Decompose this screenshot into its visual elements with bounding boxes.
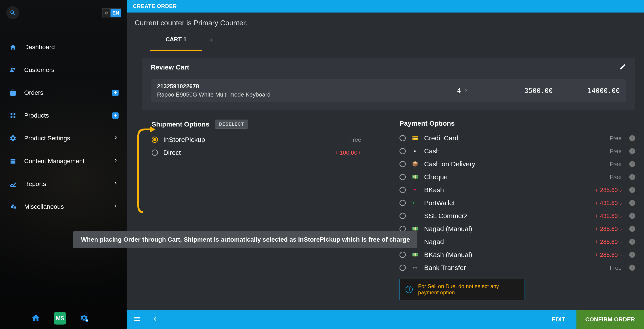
search-button[interactable] <box>6 6 19 19</box>
payment-option-cost: + 285.60 ৳ <box>595 239 622 245</box>
payment-option-cost: Free <box>610 161 622 168</box>
sidebar-item-miscellaneous[interactable]: Miscellaneous <box>0 195 126 218</box>
payment-option[interactable]: ▪CashFreei <box>400 145 635 158</box>
tab-cart-1[interactable]: CART 1 <box>150 29 202 51</box>
payment-method-icon: •─ <box>411 200 419 206</box>
payment-option[interactable]: ─SSL Commerz+ 432.60 ৳i <box>400 209 635 222</box>
top-bar: CREATE ORDER <box>126 0 644 12</box>
deselect-shipment-button[interactable]: DESELECT <box>215 120 248 129</box>
shipment-options-column: Shipment Options DESELECT InStorePickupF… <box>152 120 380 300</box>
lang-option-bangla[interactable]: বাং <box>102 9 110 17</box>
add-cart-tab-button[interactable] <box>204 33 218 47</box>
gear-icon <box>9 134 17 142</box>
info-icon[interactable]: i <box>629 187 635 193</box>
payment-option[interactable]: ▭Bank TransferFreei <box>400 261 635 274</box>
sidebar: বাং EN Dashboard Customers Orders + Prod… <box>0 0 126 329</box>
edit-button[interactable]: EDIT <box>541 316 576 323</box>
add-order-button[interactable]: + <box>112 90 118 96</box>
shipment-option[interactable]: InStorePickupFree <box>152 133 361 146</box>
cart-item-row: 2132591022678 Rapoo E9050G White Multi-m… <box>151 79 626 102</box>
payment-option-cost: + 285.60 ৳ <box>595 252 622 258</box>
payment-option[interactable]: 💵ChequeFreei <box>400 171 635 184</box>
payment-method-icon: 💵 <box>411 252 419 258</box>
sidebar-item-reports[interactable]: Reports <box>0 173 126 195</box>
info-icon[interactable]: i <box>629 200 635 206</box>
info-icon[interactable]: i <box>629 265 635 271</box>
search-icon <box>10 9 16 16</box>
add-product-button[interactable]: + <box>112 112 118 119</box>
sidebar-item-label: Orders <box>24 89 44 96</box>
home-button[interactable] <box>31 313 40 323</box>
ms-badge[interactable]: MS <box>54 312 66 325</box>
sidebar-nav: Dashboard Customers Orders + Products + … <box>0 36 126 218</box>
payment-option[interactable]: 💳Credit CardFreei <box>400 132 635 145</box>
sidebar-item-label: Customers <box>24 66 54 73</box>
info-icon[interactable]: i <box>629 226 635 232</box>
hamburger-icon <box>133 315 141 323</box>
sell-on-due-note: i For Sell on Due, do not select any pay… <box>400 279 525 300</box>
settings-button[interactable] <box>80 313 88 323</box>
help-callout: When placing Order through Cart, Shipmen… <box>73 231 418 248</box>
due-note-text: For Sell on Due, do not select any payme… <box>418 283 519 296</box>
sidebar-item-orders[interactable]: Orders + <box>0 81 126 104</box>
payment-option-label: BKash <box>424 186 590 194</box>
sidebar-item-customers[interactable]: Customers <box>0 58 126 81</box>
chevron-right-icon <box>113 180 118 188</box>
info-icon[interactable]: i <box>629 135 635 141</box>
confirm-order-button[interactable]: CONFIRM ORDER <box>576 310 644 329</box>
shipment-option-label: InStorePickup <box>163 136 344 143</box>
radio-icon <box>400 161 406 167</box>
back-button[interactable] <box>151 315 159 324</box>
payment-option[interactable]: ◔Nagad+ 285.60 ৳i <box>400 235 635 248</box>
sidebar-item-content-management[interactable]: Content Management <box>0 150 126 173</box>
payment-method-icon: 📦 <box>411 161 419 167</box>
shipment-option-cost: + 100.00 ৳ <box>335 149 361 156</box>
sidebar-item-label: Products <box>24 112 49 119</box>
chevron-right-icon <box>113 158 118 165</box>
payment-method-icon: ▪ <box>411 148 419 154</box>
info-icon[interactable]: i <box>629 252 635 258</box>
lang-option-english[interactable]: EN <box>110 9 121 17</box>
payment-options-column: Payment Options 💳Credit CardFreei▪CashFr… <box>400 120 635 300</box>
info-icon[interactable]: i <box>629 213 635 219</box>
payment-option[interactable]: •─PortWallet+ 432.60 ৳i <box>400 196 635 209</box>
info-icon[interactable]: i <box>629 161 635 167</box>
info-icon[interactable]: i <box>629 148 635 154</box>
pencil-icon <box>620 63 626 70</box>
sidebar-item-dashboard[interactable]: Dashboard <box>0 36 126 58</box>
chevron-right-icon <box>113 203 118 211</box>
info-icon[interactable]: i <box>629 239 635 245</box>
payment-option[interactable]: ✦BKash+ 285.60 ৳i <box>400 184 635 196</box>
payment-option-label: SSL Commerz <box>424 212 590 220</box>
cart-item-unit-price: 3500.00 <box>494 87 553 94</box>
main-panel: CREATE ORDER Current counter is Primary … <box>126 0 644 329</box>
payment-option-cost: Free <box>610 135 622 142</box>
payment-option[interactable]: 📦Cash on DeliveryFreei <box>400 158 635 171</box>
sidebar-item-products[interactable]: Products + <box>0 104 126 127</box>
multiply-icon: × <box>465 88 468 93</box>
sidebar-item-product-settings[interactable]: Product Settings <box>0 127 126 150</box>
payment-option-label: Cheque <box>424 173 604 181</box>
chevron-left-icon <box>151 315 159 323</box>
payment-options-title: Payment Options <box>400 120 455 127</box>
sidebar-item-label: Reports <box>24 180 46 188</box>
payment-option-cost: + 432.60 ৳ <box>595 200 622 207</box>
sidebar-item-label: Product Settings <box>24 135 70 142</box>
language-toggle[interactable]: বাং EN <box>102 8 121 17</box>
payment-option[interactable]: 💵BKash (Manual)+ 285.60 ৳i <box>400 248 635 261</box>
radio-icon <box>400 213 406 219</box>
document-icon <box>9 157 17 165</box>
payment-option[interactable]: 💵Nagad (Manual)+ 285.60 ৳i <box>400 222 635 235</box>
info-icon[interactable]: i <box>629 174 635 180</box>
payment-method-icon: ─ <box>411 213 419 219</box>
page-title: CREATE ORDER <box>133 3 177 9</box>
edit-cart-button[interactable] <box>620 63 626 71</box>
payment-method-icon: 💳 <box>411 135 419 141</box>
menu-button[interactable] <box>133 315 141 324</box>
radio-icon <box>400 148 406 154</box>
shipment-options-title: Shipment Options <box>152 120 209 128</box>
shipment-option[interactable]: Direct+ 100.00 ৳ <box>152 146 361 159</box>
shapes-icon <box>9 203 17 211</box>
radio-icon <box>400 265 406 271</box>
payment-option-cost: Free <box>610 264 622 271</box>
